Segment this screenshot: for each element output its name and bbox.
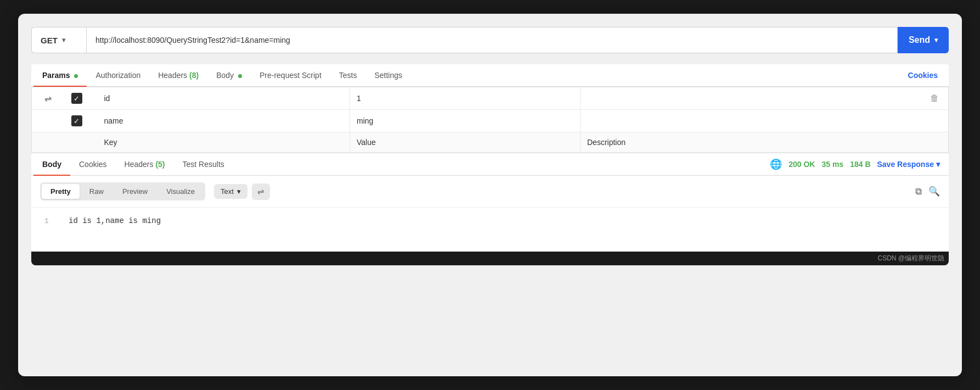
save-response-chevron: ▾ [936, 160, 940, 169]
trash-icon-row1[interactable]: 🗑 [930, 93, 939, 103]
response-body-content: 1 id is 1,name is ming [31, 208, 949, 252]
params-header-row: ⇌ ✓ id 1 🗑 [32, 87, 949, 110]
placeholder-key[interactable]: Key [98, 132, 350, 153]
body-dot [238, 74, 242, 78]
response-time: 35 ms [821, 160, 843, 169]
headers-count: (8) [189, 71, 199, 80]
row1-key: id [98, 87, 350, 110]
request-tabs-bar: Params Authorization Headers (8) Body Pr… [31, 64, 949, 87]
view-tab-preview[interactable]: Preview [114, 184, 156, 199]
params-row-2: ✓ name ming [32, 110, 949, 132]
globe-icon: 🌐 [770, 158, 782, 170]
wrap-button[interactable]: ⇌ [252, 183, 270, 200]
response-size: 184 B [850, 160, 870, 169]
send-chevron: ▾ [934, 36, 938, 44]
response-tab-cookies[interactable]: Cookies [70, 153, 116, 175]
placeholder-check-cell [65, 132, 98, 153]
row2-desc [581, 110, 921, 132]
format-select[interactable]: Text ▾ [214, 184, 247, 199]
row2-value: ming [350, 110, 581, 132]
send-button[interactable]: Send ▾ [898, 27, 949, 53]
param-value-id: 1 [357, 94, 361, 103]
response-tab-headers[interactable]: Headers (5) [116, 153, 174, 175]
tab-params[interactable]: Params [33, 64, 87, 86]
view-tab-pretty[interactable]: Pretty [42, 184, 80, 199]
response-code-1: id is 1,name is ming [69, 216, 161, 225]
response-line-1: 1 id is 1,name is ming [44, 216, 936, 225]
placeholder-filter-cell [32, 132, 65, 153]
response-status-bar: 🌐 200 OK 35 ms 184 B Save Response ▾ [770, 158, 947, 170]
tab-prerequest[interactable]: Pre-request Script [251, 64, 330, 86]
view-tab-visualize[interactable]: Visualize [157, 184, 204, 199]
format-chevron: ▾ [237, 187, 241, 196]
view-tabs: Pretty Raw Preview Visualize [40, 182, 205, 200]
params-table: ⇌ ✓ id 1 🗑 [31, 87, 949, 153]
filter-icon: ⇌ [44, 94, 52, 103]
filter-icon-cell: ⇌ [32, 87, 65, 110]
format-label: Text [221, 187, 234, 196]
tab-settings[interactable]: Settings [365, 64, 411, 86]
placeholder-value[interactable]: Value [350, 132, 581, 153]
params-placeholder-row: Key Value Description [32, 132, 949, 153]
placeholder-desc[interactable]: Description [581, 132, 921, 153]
copy-icon[interactable]: ⧉ [915, 186, 922, 197]
view-tab-raw[interactable]: Raw [81, 184, 112, 199]
row1-checkbox[interactable]: ✓ [71, 93, 82, 104]
method-chevron: ▾ [62, 36, 65, 44]
row1-value: 1 [350, 87, 581, 110]
response-section: Body Cookies Headers (5) Test Results 🌐 … [31, 153, 949, 252]
checkmark-icon-2: ✓ [74, 117, 80, 125]
response-tabs-bar: Body Cookies Headers (5) Test Results 🌐 … [31, 153, 949, 176]
row2-action [921, 110, 949, 132]
checkmark-icon: ✓ [74, 94, 80, 103]
line-number-1: 1 [44, 217, 55, 225]
url-input[interactable] [86, 27, 898, 53]
param-value-name: ming [357, 116, 373, 125]
row2-key: name [98, 110, 350, 132]
row2-filter-cell [32, 110, 65, 132]
send-label: Send [909, 35, 930, 45]
row1-check-cell: ✓ [65, 87, 98, 110]
params-dot [74, 74, 78, 78]
search-icon[interactable]: 🔍 [928, 186, 940, 197]
response-tab-test-results[interactable]: Test Results [174, 153, 233, 175]
status-code: 200 OK [788, 160, 815, 169]
row1-desc [581, 87, 921, 110]
method-select[interactable]: GET ▾ [31, 27, 86, 53]
response-tab-body[interactable]: Body [33, 153, 70, 175]
row2-checkbox[interactable]: ✓ [71, 115, 82, 126]
watermark-text: CSDN @编程界明世隐 [877, 254, 944, 262]
row1-action: 🗑 [921, 87, 949, 110]
watermark: CSDN @编程界明世隐 [31, 252, 949, 265]
save-response-button[interactable]: Save Response ▾ [877, 160, 940, 169]
url-bar: GET ▾ Send ▾ [31, 27, 949, 53]
response-right-icons: ⧉ 🔍 [915, 186, 940, 197]
tab-headers[interactable]: Headers (8) [149, 64, 207, 86]
row2-check-cell: ✓ [65, 110, 98, 132]
tab-tests[interactable]: Tests [330, 64, 366, 86]
response-tools: Pretty Raw Preview Visualize Text ▾ [31, 176, 949, 208]
tab-authorization[interactable]: Authorization [87, 64, 149, 86]
param-key-name: name [104, 116, 123, 125]
placeholder-action [921, 132, 949, 153]
method-label: GET [41, 36, 58, 45]
wrap-icon: ⇌ [257, 187, 264, 196]
tab-body[interactable]: Body [207, 64, 251, 86]
param-key-id: id [104, 94, 110, 103]
response-headers-count: (5) [155, 160, 165, 169]
tab-cookies-request[interactable]: Cookies [899, 64, 947, 86]
